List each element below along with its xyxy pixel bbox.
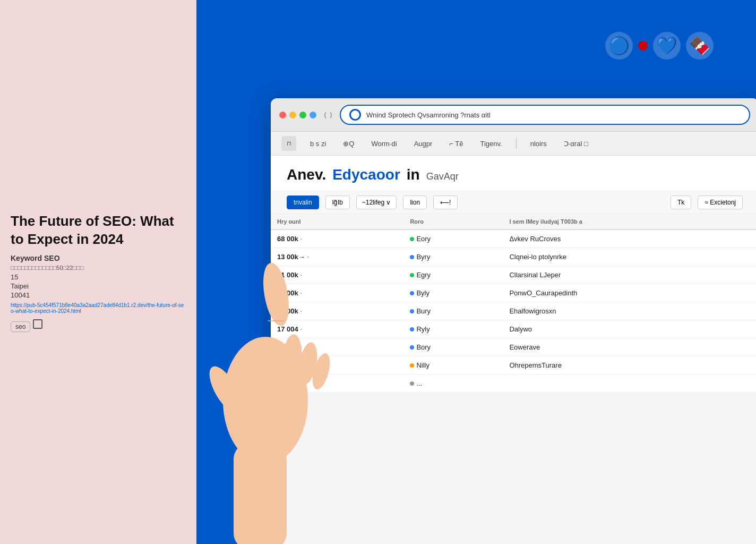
meta-num: 15 bbox=[11, 273, 186, 281]
cell-vol: 81 00k · bbox=[271, 266, 403, 284]
meta-postal: 10041 bbox=[11, 291, 186, 299]
toolbar-btn-excietonj[interactable]: ≈ Excietonj bbox=[698, 196, 743, 209]
nav-tab-te[interactable]: ⌐ Tē bbox=[446, 138, 466, 150]
browser-nav-tabs: ⊓ b s zi ⊕Q Worm·di Augpr ⌐ Tē Tigenv. n… bbox=[271, 132, 756, 156]
browser-content: Anev. Edycaoor in GavAqr tnvalin lg̃lb ~… bbox=[271, 156, 756, 393]
data-table: Hry ounI Roro I sem IMey iludyaj T003b a… bbox=[271, 214, 756, 393]
cell-vol: 68 00k · bbox=[271, 230, 403, 248]
cell-keyword bbox=[503, 375, 756, 393]
toolbar-btn-arrow[interactable]: ⟵! bbox=[433, 196, 458, 209]
cell-keyword: Clqnei-lo ptolynrke bbox=[503, 248, 756, 266]
cell-keyword: PonwO_Caurapedinth bbox=[503, 284, 756, 302]
main-content-area: 🔵 💙 🍫 ⟨ ⟩ Wnind Sprotech Qvsamroning ?rn… bbox=[196, 0, 756, 544]
table-toolbar: tnvalin lg̃lb ~12lifeg ∨ lion ⟵! Tk ≈ Ex… bbox=[271, 191, 756, 214]
toolbar-btn-tk[interactable]: Tk bbox=[671, 196, 691, 209]
cell-keyword: Dalywo bbox=[503, 320, 756, 338]
nav-tab-tigenv[interactable]: Tigenv. bbox=[477, 138, 505, 150]
cell-vol: 17 004 · bbox=[271, 320, 403, 338]
nav-divider bbox=[516, 138, 517, 149]
copy-icon[interactable] bbox=[33, 319, 42, 329]
traffic-light-blue[interactable] bbox=[310, 112, 316, 118]
address-circle-icon bbox=[349, 109, 361, 121]
cell-keyword: Δvkev RuCroves bbox=[503, 230, 756, 248]
col-vol: Hry ounI bbox=[271, 214, 403, 230]
page-title-area: Anev. Edycaoor in GavAqr bbox=[287, 166, 743, 183]
meta-chars: □□□□□□□□□□□□□50□22□□□ bbox=[11, 265, 186, 271]
forward-button[interactable]: ⟩ bbox=[330, 111, 332, 119]
cell-diff: Byry bbox=[403, 248, 503, 266]
traffic-lights bbox=[279, 112, 316, 118]
icon-3: 💙 bbox=[653, 32, 681, 60]
toolbar-btn-tnvalin[interactable]: tnvalin bbox=[287, 196, 319, 209]
table-row: 17 004 · Ryly Dalywo bbox=[271, 320, 756, 338]
back-button[interactable]: ⟨ bbox=[324, 111, 327, 119]
page-title-part2: Edycaoor bbox=[332, 166, 400, 183]
cell-vol: 62 00k · bbox=[271, 302, 403, 320]
cell-diff: Bory bbox=[403, 338, 503, 356]
meta-url[interactable]: https://pub-5c454f571b8e40a3a2aad27ade84… bbox=[11, 302, 186, 314]
col-diff: Roro bbox=[403, 214, 503, 230]
cell-diff: ... bbox=[403, 375, 503, 393]
table-row: 32 00k · Bory Eowerave bbox=[271, 338, 756, 356]
page-title-part1: Anev. bbox=[287, 166, 326, 183]
cell-vol: 80 00k · bbox=[271, 284, 403, 302]
cell-vol: S0 00k · bbox=[271, 356, 403, 375]
icon-2 bbox=[638, 41, 648, 50]
top-icons-area: 🔵 💙 🍫 bbox=[605, 32, 714, 60]
cell-vol: 13 00k→ · bbox=[271, 248, 403, 266]
svg-point-2 bbox=[203, 362, 248, 419]
toolbar-btn-lion[interactable]: lion bbox=[403, 196, 427, 209]
table-row: 13 00k→ · Byry Clqnei-lo ptolynrke bbox=[271, 248, 756, 266]
traffic-light-red[interactable] bbox=[279, 112, 286, 118]
nav-tab-bszi[interactable]: b s zi bbox=[307, 138, 329, 150]
table-row: S0 00k · Nilly OhrepemsTurare bbox=[271, 356, 756, 375]
address-text: Wnind Sprotech Qvsamroning ?rnats αitl bbox=[366, 111, 741, 119]
cell-vol: 8F 00k · bbox=[271, 375, 403, 393]
nav-tab-icon-home[interactable]: ⊓ bbox=[281, 136, 296, 151]
keyword-label: Keyword SEO bbox=[11, 254, 186, 262]
page-header: Anev. Edycaoor in GavAqr bbox=[271, 156, 756, 191]
toolbar-btn-lgtb[interactable]: lg̃lb bbox=[325, 196, 350, 209]
cell-diff: Nilly bbox=[403, 356, 503, 375]
table-header-row: Hry ounI Roro I sem IMey iludyaj T003b a bbox=[271, 214, 756, 230]
nav-tab-wormdi[interactable]: Worm·di bbox=[368, 138, 400, 150]
nav-tab-nloirs[interactable]: nloirs bbox=[527, 138, 550, 150]
cell-diff: Egry bbox=[403, 266, 503, 284]
left-sidebar: The Future of SEO: What to Expect in 202… bbox=[0, 0, 196, 544]
table-row: 8F 00k · ... bbox=[271, 375, 756, 393]
traffic-light-yellow[interactable] bbox=[289, 112, 296, 118]
browser-window: ⟨ ⟩ Wnind Sprotech Qvsamroning ?rnats αi… bbox=[271, 98, 756, 544]
cell-diff: Byly bbox=[403, 284, 503, 302]
cell-keyword: Cllarsinal LJeper bbox=[503, 266, 756, 284]
table-row: 80 00k · Byly PonwO_Caurapedinth bbox=[271, 284, 756, 302]
page-title-part3: in bbox=[407, 166, 420, 183]
icon-4: 🍫 bbox=[686, 32, 714, 60]
seo-tag[interactable]: seo bbox=[11, 321, 30, 332]
cell-keyword: Eowerave bbox=[503, 338, 756, 356]
article-title: The Future of SEO: What to Expect in 202… bbox=[11, 212, 186, 249]
meta-location: Taipei bbox=[11, 282, 186, 290]
nav-tab-augpr[interactable]: Augpr bbox=[411, 138, 436, 150]
traffic-light-green[interactable] bbox=[299, 112, 306, 118]
table-row: 81 00k · Egry Cllarsinal LJeper bbox=[271, 266, 756, 284]
toolbar-dropdown-12lifeg[interactable]: ~12lifeg ∨ bbox=[356, 196, 397, 209]
browser-chrome: ⟨ ⟩ Wnind Sprotech Qvsamroning ?rnats αi… bbox=[271, 98, 756, 132]
address-bar[interactable]: Wnind Sprotech Qvsamroning ?rnats αitl bbox=[340, 105, 750, 125]
cell-keyword: OhrepemsTurare bbox=[503, 356, 756, 375]
icon-1: 🔵 bbox=[605, 32, 633, 60]
browser-nav-buttons[interactable]: ⟨ ⟩ bbox=[324, 111, 332, 119]
table-row: 62 00k · Bury Ehalfowigrosxn bbox=[271, 302, 756, 320]
nav-tab-aral[interactable]: Ͻ·αral □ bbox=[561, 138, 591, 150]
cell-diff: Eory bbox=[403, 230, 503, 248]
page-subtitle: GavAqr bbox=[426, 171, 459, 182]
cell-diff: Ryly bbox=[403, 320, 503, 338]
col-keyword: I sem IMey iludyaj T003b a bbox=[503, 214, 756, 230]
table-row: 68 00k · Eory Δvkev RuCroves bbox=[271, 230, 756, 248]
cell-vol: 32 00k · bbox=[271, 338, 403, 356]
cell-keyword: Ehalfowigrosxn bbox=[503, 302, 756, 320]
cell-diff: Bury bbox=[403, 302, 503, 320]
nav-tab-sq[interactable]: ⊕Q bbox=[340, 138, 357, 150]
